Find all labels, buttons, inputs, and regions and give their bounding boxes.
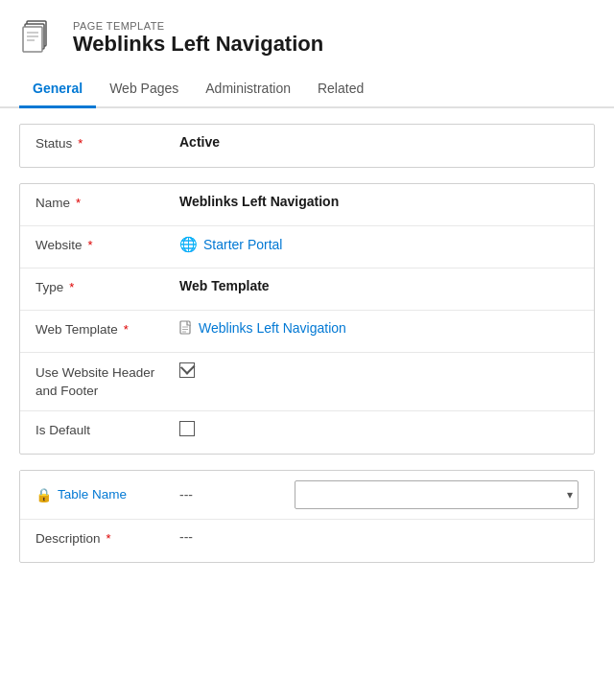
name-row: Name * Weblinks Left Navigation xyxy=(20,184,594,226)
header-super-label: PAGE TEMPLATE xyxy=(73,20,323,32)
web-template-label: Web Template * xyxy=(35,320,179,337)
description-required-marker: * xyxy=(106,531,111,546)
main-section: Name * Weblinks Left Navigation Website … xyxy=(19,183,595,455)
type-required-marker: * xyxy=(69,280,74,294)
is-default-row: Is Default xyxy=(20,411,594,454)
website-label: Website * xyxy=(35,236,179,252)
status-label: Status * xyxy=(35,134,179,151)
status-value: Active xyxy=(179,134,579,150)
tab-administration[interactable]: Administration xyxy=(192,73,304,108)
table-name-row: 🔒 Table Name --- ▾ xyxy=(20,471,594,520)
website-row: Website * 🌐 Starter Portal xyxy=(20,226,594,268)
name-value: Weblinks Left Navigation xyxy=(179,194,579,209)
website-required-marker: * xyxy=(88,238,93,252)
description-label: Description * xyxy=(35,529,179,546)
table-name-label-group: 🔒 Table Name xyxy=(35,487,179,502)
table-name-dropdown-container: ▾ xyxy=(295,480,579,509)
status-section: Status * Active xyxy=(19,124,595,168)
description-value: --- xyxy=(179,529,193,545)
use-website-header-footer-value xyxy=(179,362,579,378)
table-name-section: 🔒 Table Name --- ▾ Description * --- xyxy=(19,470,595,563)
page-icon xyxy=(179,320,193,336)
use-website-header-footer-checkbox[interactable] xyxy=(179,362,195,378)
page-header: PAGE TEMPLATE Weblinks Left Navigation xyxy=(0,0,614,73)
tab-bar: General Web Pages Administration Related xyxy=(0,73,614,108)
website-link[interactable]: Starter Portal xyxy=(203,237,282,252)
name-required-marker: * xyxy=(76,196,81,210)
tab-web-pages[interactable]: Web Pages xyxy=(96,73,192,108)
checkbox-checked-icon xyxy=(179,362,195,378)
table-name-dash: --- xyxy=(179,487,295,502)
web-template-value: Weblinks Left Navigation xyxy=(179,320,579,336)
type-label: Type * xyxy=(35,278,179,294)
lock-icon: 🔒 xyxy=(35,487,52,502)
checkbox-unchecked-icon xyxy=(179,421,195,436)
status-row: Status * Active xyxy=(20,125,594,167)
svg-rect-2 xyxy=(23,27,42,52)
web-template-row: Web Template * Weblinks Left Navigation xyxy=(20,311,594,353)
web-template-required-marker: * xyxy=(124,322,129,337)
type-value: Web Template xyxy=(179,278,579,293)
use-website-header-footer-row: Use Website Header and Footer xyxy=(20,353,594,411)
is-default-checkbox[interactable] xyxy=(179,421,195,436)
is-default-value xyxy=(179,421,579,436)
header-title: Weblinks Left Navigation xyxy=(73,32,323,57)
content-area: Status * Active Name * Weblinks Left Nav… xyxy=(0,108,614,594)
header-icon xyxy=(19,17,61,59)
tab-general[interactable]: General xyxy=(19,73,96,108)
description-row: Description * --- xyxy=(20,520,594,562)
is-default-label: Is Default xyxy=(35,421,179,437)
table-name-select[interactable] xyxy=(295,480,579,509)
header-text-block: PAGE TEMPLATE Weblinks Left Navigation xyxy=(73,20,323,57)
web-template-link[interactable]: Weblinks Left Navigation xyxy=(199,320,346,336)
website-value: 🌐 Starter Portal xyxy=(179,236,579,253)
status-required-marker: * xyxy=(78,136,83,151)
use-website-header-footer-label: Use Website Header and Footer xyxy=(35,362,179,401)
globe-icon: 🌐 xyxy=(179,236,198,253)
type-row: Type * Web Template xyxy=(20,268,594,311)
tab-related[interactable]: Related xyxy=(304,73,377,108)
table-name-label: Table Name xyxy=(58,487,127,502)
name-label: Name * xyxy=(35,194,179,210)
